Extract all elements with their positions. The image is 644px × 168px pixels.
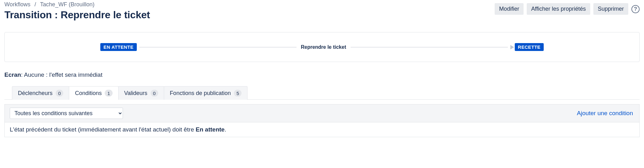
condition-rule-suffix: . xyxy=(225,126,226,133)
tab-count: 0 xyxy=(56,90,63,97)
flow-line-right xyxy=(351,47,508,48)
tab-label: Déclencheurs xyxy=(18,90,53,97)
arrow-right-icon xyxy=(510,45,514,49)
tab-label: Valideurs xyxy=(124,90,147,97)
tab-label: Fonctions de publication xyxy=(170,90,231,97)
tabs: Déclencheurs 0 Conditions 1 Valideurs 0 … xyxy=(12,86,640,99)
to-state-badge: RECETTE xyxy=(515,43,544,51)
page-actions: Modifier Afficher les propriétés Supprim… xyxy=(495,1,640,15)
flow-line-left xyxy=(139,47,297,48)
tab-postfunctions[interactable]: Fonctions de publication 5 xyxy=(164,86,247,100)
screen-info: Ecran: Aucune : l'effet sera immédiat xyxy=(4,71,640,78)
tab-validators[interactable]: Valideurs 0 xyxy=(118,86,164,100)
help-icon[interactable]: ? xyxy=(631,5,640,13)
tab-count: 0 xyxy=(151,90,158,97)
tab-triggers[interactable]: Déclencheurs 0 xyxy=(12,86,69,100)
delete-button[interactable]: Supprimer xyxy=(593,3,628,15)
conditions-panel: Toutes les conditions suivantes Ajouter … xyxy=(4,104,640,137)
condition-rule-state: En attente xyxy=(196,126,225,133)
add-condition-link[interactable]: Ajouter une condition xyxy=(577,110,633,117)
screen-value: : Aucune : l'effet sera immédiat xyxy=(21,71,103,78)
tab-conditions[interactable]: Conditions 1 xyxy=(69,86,118,100)
transition-diagram: EN ATTENTE Reprendre le ticket RECETTE xyxy=(4,32,640,62)
condition-rule-prefix: L'état précédent du ticket (immédiatemen… xyxy=(10,126,196,133)
condition-rule: L'état précédent du ticket (immédiatemen… xyxy=(5,122,639,137)
breadcrumb-current[interactable]: Tache_WF (Brouillon) xyxy=(40,1,94,8)
breadcrumb: Workflows / Tache_WF (Brouillon) xyxy=(4,1,150,8)
properties-button[interactable]: Afficher les propriétés xyxy=(527,3,590,15)
conditions-mode-select[interactable]: Toutes les conditions suivantes xyxy=(10,108,123,119)
tab-count: 5 xyxy=(234,90,242,97)
breadcrumb-separator: / xyxy=(35,1,36,8)
screen-label: Ecran xyxy=(4,71,21,78)
tab-count: 1 xyxy=(105,90,112,97)
transition-name-label: Reprendre le ticket xyxy=(301,44,346,50)
page-title: Transition : Reprendre le ticket xyxy=(4,9,150,21)
tab-label: Conditions xyxy=(75,90,102,97)
edit-button[interactable]: Modifier xyxy=(495,3,524,15)
breadcrumb-root[interactable]: Workflows xyxy=(4,1,31,8)
from-state-badge: EN ATTENTE xyxy=(100,43,137,51)
conditions-panel-header: Toutes les conditions suivantes Ajouter … xyxy=(5,104,639,122)
